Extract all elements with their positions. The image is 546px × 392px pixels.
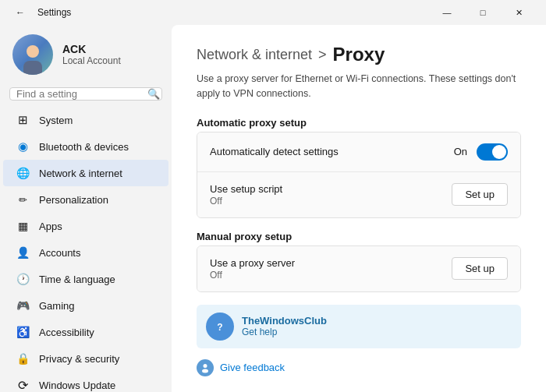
help-section[interactable]: ? TheWindowsClub Get help <box>197 305 521 348</box>
sidebar-item-label: System <box>39 115 156 126</box>
personalization-icon: ✏ <box>16 192 30 207</box>
update-icon: ⟳ <box>16 378 30 392</box>
automatic-section-title: Automatic proxy setup <box>197 117 521 129</box>
system-icon: ⊞ <box>16 113 30 127</box>
use-proxy-button[interactable]: Set up <box>452 257 508 280</box>
help-title: TheWindowsClub <box>242 315 327 327</box>
auto-detect-action: On <box>454 143 508 161</box>
apps-icon: ▦ <box>16 219 30 233</box>
sidebar-item-system[interactable]: ⊞ System <box>3 107 168 133</box>
privacy-icon: 🔒 <box>16 351 30 366</box>
sidebar-item-update[interactable]: ⟳ Windows Update <box>3 372 168 392</box>
sidebar-item-label: Windows Update <box>39 380 156 391</box>
breadcrumb-separator: > <box>318 47 327 63</box>
setup-script-sub: Off <box>210 196 452 207</box>
svg-point-3 <box>202 369 208 373</box>
svg-text:?: ? <box>217 322 222 333</box>
sidebar-item-label: Network & internet <box>39 168 156 179</box>
bluetooth-icon: ◉ <box>16 139 30 154</box>
minimize-button[interactable]: — <box>429 0 465 25</box>
use-proxy-row: Use a proxy server Off Set up <box>197 246 520 291</box>
feedback-row: Give feedback <box>197 356 521 380</box>
sidebar-item-gaming[interactable]: 🎮 Gaming <box>3 292 168 319</box>
help-text-block: TheWindowsClub Get help <box>242 315 327 337</box>
feedback-person-icon <box>200 362 211 373</box>
user-type: Local Account <box>62 55 159 66</box>
breadcrumb: Network & internet > Proxy <box>197 44 521 65</box>
search-input[interactable] <box>16 88 147 100</box>
sidebar-item-label: Accounts <box>39 247 156 259</box>
user-name: ACK <box>62 43 159 55</box>
setup-script-action: Set up <box>452 183 508 206</box>
titlebar: ← Settings — □ ✕ <box>0 0 546 25</box>
accounts-icon: 👤 <box>16 245 30 260</box>
use-proxy-label: Use a proxy server <box>210 257 452 269</box>
sidebar-item-bluetooth[interactable]: ◉ Bluetooth & devices <box>3 133 168 160</box>
titlebar-controls: — □ ✕ <box>429 0 537 25</box>
time-icon: 🕐 <box>16 272 30 286</box>
search-icon: 🔍 <box>147 88 160 100</box>
auto-detect-info: Automatically detect settings <box>210 146 454 157</box>
setup-script-button[interactable]: Set up <box>452 183 508 206</box>
close-button[interactable]: ✕ <box>501 0 537 25</box>
gaming-icon: 🎮 <box>16 298 30 313</box>
setup-script-row: Use setup script Off Set up <box>197 172 520 217</box>
back-button[interactable]: ← <box>9 2 31 23</box>
sidebar-item-personalization[interactable]: ✏ Personalization <box>3 186 168 213</box>
accessibility-icon: ♿ <box>16 325 30 339</box>
help-sub: Get help <box>242 327 327 337</box>
auto-detect-row: Automatically detect settings On <box>197 132 520 172</box>
titlebar-title: Settings <box>37 7 71 18</box>
use-proxy-info: Use a proxy server Off <box>210 257 452 281</box>
avatar <box>12 34 53 75</box>
manual-proxy-card: Use a proxy server Off Set up <box>197 245 521 292</box>
feedback-link[interactable]: Give feedback <box>220 362 285 373</box>
sidebar-item-label: Gaming <box>39 300 156 312</box>
sidebar-nav: ⊞ System ◉ Bluetooth & devices 🌐 Network… <box>0 107 172 392</box>
toggle-on-label: On <box>454 146 467 157</box>
sidebar-item-network[interactable]: 🌐 Network & internet <box>3 160 168 186</box>
auto-detect-toggle[interactable] <box>477 143 508 161</box>
user-info: ACK Local Account <box>62 43 159 66</box>
auto-detect-label: Automatically detect settings <box>210 146 454 157</box>
sidebar-item-privacy[interactable]: 🔒 Privacy & security <box>3 345 168 372</box>
network-icon: 🌐 <box>16 166 30 180</box>
sidebar-item-label: Bluetooth & devices <box>39 141 156 153</box>
setup-script-info: Use setup script Off <box>210 183 452 207</box>
setup-script-label: Use setup script <box>210 183 452 195</box>
sidebar-item-apps[interactable]: ▦ Apps <box>3 213 168 239</box>
maximize-button[interactable]: □ <box>465 0 501 25</box>
page-title: Proxy <box>333 44 385 65</box>
windows-club-icon: ? <box>212 319 228 334</box>
sidebar-item-label: Apps <box>39 221 156 232</box>
avatar-body <box>23 61 42 75</box>
automatic-proxy-card: Automatically detect settings On Use set… <box>197 132 521 218</box>
sidebar-item-label: Accessibility <box>39 327 156 338</box>
sidebar-item-accessibility[interactable]: ♿ Accessibility <box>3 319 168 345</box>
sidebar-item-time[interactable]: 🕐 Time & language <box>3 266 168 292</box>
page-description: Use a proxy server for Ethernet or Wi-Fi… <box>197 72 521 101</box>
manual-section-title: Manual proxy setup <box>197 231 521 242</box>
titlebar-left: ← Settings <box>9 2 71 23</box>
content-area: Network & internet > Proxy Use a proxy s… <box>172 25 546 392</box>
avatar-figure <box>20 44 45 75</box>
svg-point-2 <box>204 364 207 368</box>
use-proxy-sub: Off <box>210 270 452 281</box>
toggle-knob <box>492 145 506 159</box>
sidebar-item-accounts[interactable]: 👤 Accounts <box>3 239 168 266</box>
help-icon: ? <box>206 313 234 341</box>
sidebar-item-label: Time & language <box>39 274 156 285</box>
app-body: ACK Local Account 🔍 ⊞ System ◉ Bluetooth… <box>0 25 546 392</box>
avatar-head <box>27 45 39 58</box>
sidebar-item-label: Personalization <box>39 194 156 206</box>
user-section: ACK Local Account <box>0 25 172 87</box>
sidebar-item-label: Privacy & security <box>39 353 156 365</box>
use-proxy-action: Set up <box>452 257 508 280</box>
search-box[interactable]: 🔍 <box>9 87 162 101</box>
feedback-icon <box>197 359 214 376</box>
breadcrumb-parent: Network & internet <box>197 47 312 63</box>
sidebar: ACK Local Account 🔍 ⊞ System ◉ Bluetooth… <box>0 25 172 392</box>
manual-section: Manual proxy setup Use a proxy server Of… <box>197 231 521 292</box>
